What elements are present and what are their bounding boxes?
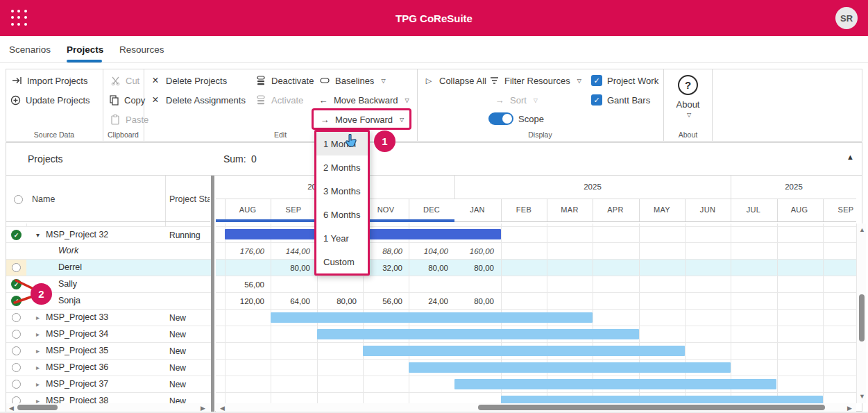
row-radio[interactable] xyxy=(12,313,21,322)
table-row[interactable]: Work xyxy=(6,243,211,260)
update-projects-button[interactable]: Update Projects xyxy=(10,92,90,108)
work-cell[interactable]: 104,00 xyxy=(409,243,454,260)
row-radio[interactable] xyxy=(12,363,21,372)
table-row[interactable]: ▸ MSP_Project 35 New xyxy=(6,343,211,360)
panel-collapse-icon[interactable]: ▲ xyxy=(846,153,854,161)
copy-icon xyxy=(108,95,119,106)
filter-resources-button[interactable]: Filter Resources▽ xyxy=(488,73,581,88)
assignment-cell[interactable]: 80,00 xyxy=(271,260,316,276)
expand-row-icon[interactable]: ▸ xyxy=(36,330,40,338)
work-cell[interactable]: 144,00 xyxy=(271,243,316,260)
assignment-cell[interactable]: 80,00 xyxy=(317,293,363,310)
work-cell[interactable]: 176,00 xyxy=(225,243,271,260)
paste-button[interactable]: Paste xyxy=(110,112,148,127)
sort-button[interactable]: → Sort▽ xyxy=(494,92,538,108)
row-radio[interactable] xyxy=(12,396,21,403)
resource-active-check-icon[interactable]: ✓ xyxy=(11,279,22,289)
cut-button[interactable]: Cut xyxy=(110,73,139,88)
table-row[interactable]: ▸ MSP_Project 36 New xyxy=(6,360,211,376)
deactivate-button[interactable]: Deactivate xyxy=(255,73,314,88)
select-all-radio[interactable] xyxy=(14,195,23,204)
scroll-up-icon[interactable]: ▲ xyxy=(859,226,865,234)
scroll-down-icon[interactable]: ▼ xyxy=(859,392,865,401)
gantt-bars-checkbox[interactable]: ✓ xyxy=(591,94,602,106)
expand-row-icon[interactable]: ▸ xyxy=(36,397,40,403)
month-header: MAY xyxy=(639,205,685,214)
expand-row-icon[interactable]: ▸ xyxy=(36,380,40,388)
table-row[interactable]: ▸ MSP_Project 33 New xyxy=(6,310,211,326)
row-radio[interactable] xyxy=(12,380,21,389)
menu-item-6-months[interactable]: 6 Months xyxy=(316,203,368,226)
expand-row-icon[interactable]: ▸ xyxy=(36,314,40,321)
menu-item-1-year[interactable]: 1 Year xyxy=(316,226,368,250)
vscrollbar-thumb[interactable] xyxy=(859,294,865,342)
menu-item-2-months[interactable]: 2 Months xyxy=(316,155,368,179)
hscrollbar-thumb[interactable] xyxy=(478,405,825,410)
app-launcher-icon[interactable] xyxy=(11,10,28,26)
about-button[interactable]: ? About ▽ xyxy=(664,75,712,118)
delete-icon: × xyxy=(150,94,161,106)
row-radio[interactable] xyxy=(12,346,21,355)
assignment-cell[interactable]: 24,00 xyxy=(409,293,454,310)
hscrollbar-thumb[interactable] xyxy=(17,405,58,410)
row-radio[interactable] xyxy=(12,263,21,272)
filter-icon xyxy=(488,76,500,85)
tab-projects[interactable]: Projects xyxy=(67,36,103,62)
month-header: DEC xyxy=(409,205,454,214)
table-row[interactable]: ▸ MSP_Project 34 New xyxy=(6,326,211,343)
collapse-row-icon[interactable]: ▾ xyxy=(36,231,40,239)
collapse-all-button[interactable]: ▷ Collapse All xyxy=(423,73,486,88)
gantt-bar-project-33[interactable] xyxy=(271,312,593,323)
table-row[interactable]: ▸ MSP_Project 38 New xyxy=(6,393,211,403)
assignment-cell[interactable]: 80,00 xyxy=(454,293,500,310)
assignment-cell[interactable]: 120,00 xyxy=(225,293,271,310)
copy-button[interactable]: Copy xyxy=(108,92,145,108)
left-grid-hscrollbar: ◀ ▶ xyxy=(6,403,210,412)
month-header: AUG xyxy=(776,205,822,214)
grid-splitter[interactable] xyxy=(210,176,215,412)
project-active-check-icon[interactable]: ✓ xyxy=(11,230,22,240)
tab-scenarios[interactable]: Scenarios xyxy=(9,36,51,62)
month-header: JUN xyxy=(685,205,731,214)
table-row[interactable]: Derrel xyxy=(6,260,211,276)
menu-item-1-month[interactable]: 1 Month xyxy=(316,132,368,155)
column-header-status[interactable]: Project Sta xyxy=(169,194,210,204)
year-label: 2025 xyxy=(776,183,812,191)
assignment-cell[interactable]: 80,00 xyxy=(454,260,500,276)
expand-row-icon[interactable]: ▸ xyxy=(36,364,40,371)
row-radio[interactable] xyxy=(12,330,21,339)
project-work-checkbox-row: ✓ Project Work xyxy=(591,73,658,88)
gantt-bar-project-37[interactable] xyxy=(454,379,776,389)
work-cell[interactable]: 160,00 xyxy=(454,243,500,260)
scope-toggle[interactable] xyxy=(488,112,513,125)
gantt-bar-project-35[interactable] xyxy=(363,346,685,356)
expand-row-icon[interactable]: ▸ xyxy=(36,347,40,355)
menu-item-custom[interactable]: Custom xyxy=(316,250,368,273)
assignment-cell[interactable]: 64,00 xyxy=(271,293,316,310)
menu-item-3-months[interactable]: 3 Months xyxy=(316,179,368,203)
table-row[interactable]: ▸ MSP_Project 37 New xyxy=(6,376,211,393)
tab-resources[interactable]: Resources xyxy=(119,36,164,62)
gantt-bar-project-34[interactable] xyxy=(317,329,639,339)
activate-button[interactable]: Activate xyxy=(255,92,303,108)
assignment-cell[interactable]: 80,00 xyxy=(409,260,454,276)
assignment-cell[interactable]: 56,00 xyxy=(363,293,409,310)
table-row[interactable]: ✓ ▾ MSP_Project 32 Running xyxy=(6,226,211,243)
delete-assignments-button[interactable]: × Delete Assignments xyxy=(150,92,246,108)
project-work-checkbox[interactable]: ✓ xyxy=(591,75,602,86)
import-projects-button[interactable]: Import Projects xyxy=(11,73,87,88)
move-backward-button[interactable]: ← Move Backward▽ xyxy=(318,92,409,108)
assignment-cell[interactable]: 56,00 xyxy=(225,276,271,293)
gantt-bar-project-38[interactable] xyxy=(501,396,823,403)
month-header: MAR xyxy=(547,205,593,214)
resource-active-check-icon[interactable]: ✓ xyxy=(11,296,22,306)
delete-projects-button[interactable]: × Delete Projects xyxy=(150,73,227,88)
arrow-left-icon: ← xyxy=(318,95,329,106)
clipboard-icon xyxy=(110,115,121,125)
year-header-row: 2024 2025 2025 xyxy=(216,176,856,199)
baselines-button[interactable]: Baselines▽ xyxy=(319,73,386,88)
user-avatar[interactable]: SR xyxy=(835,7,858,29)
baselines-icon xyxy=(319,78,330,83)
column-header-name[interactable]: Name xyxy=(32,194,55,204)
gantt-bar-project-36[interactable] xyxy=(409,362,731,373)
